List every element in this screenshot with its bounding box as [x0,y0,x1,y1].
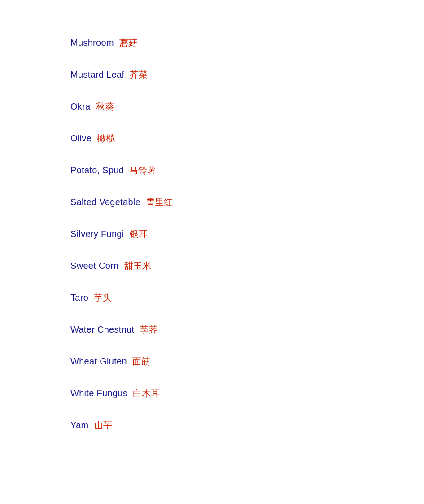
list-item: White Fungus 白木耳 [70,377,424,409]
item-chinese: 雪里红 [146,196,173,208]
item-english: Mustard Leaf [70,70,124,80]
vegetable-list: Mushroom 蘑菇Mustard Leaf 芥菜Okra 秋葵Olive 橄… [0,0,424,468]
item-chinese: 白木耳 [133,387,160,399]
item-chinese: 芋头 [94,292,112,304]
item-chinese: 马铃薯 [129,164,156,176]
item-english: Wheat Gluten [70,356,127,367]
list-item: Water Chestnut 荸荠 [70,314,424,346]
item-chinese: 山芋 [94,419,112,431]
list-item: Mushroom 蘑菇 [70,27,424,59]
list-item: Yam 山芋 [70,409,424,441]
item-english: Silvery Fungi [70,229,124,239]
item-english: Okra [70,101,91,112]
list-item: Silvery Fungi 银耳 [70,218,424,250]
item-chinese: 秋葵 [96,101,114,113]
list-item: Potato, Spud 马铃薯 [70,154,424,186]
list-item: Salted Vegetable 雪里红 [70,186,424,218]
item-english: Sweet Corn [70,261,119,271]
item-english: Taro [70,293,88,303]
list-item: Wheat Gluten 面筋 [70,346,424,377]
item-english: Olive [70,133,92,144]
list-item: Okra 秋葵 [70,91,424,123]
item-chinese: 荸荠 [140,324,157,336]
item-english: Salted Vegetable [70,197,140,207]
item-english: Yam [70,420,89,430]
item-english: Water Chestnut [70,324,134,335]
item-chinese: 面筋 [132,355,150,368]
item-chinese: 甜玉米 [124,260,151,272]
list-item: Olive 橄榄 [70,123,424,154]
item-chinese: 蘑菇 [119,37,137,49]
item-chinese: 银耳 [130,228,148,240]
item-english: White Fungus [70,388,127,399]
list-item: Taro 芋头 [70,282,424,314]
item-english: Mushroom [70,38,114,48]
item-chinese: 橄榄 [97,132,115,145]
item-english: Potato, Spud [70,165,124,175]
list-item: Mustard Leaf 芥菜 [70,59,424,91]
list-item: Sweet Corn 甜玉米 [70,250,424,282]
item-chinese: 芥菜 [130,69,148,81]
